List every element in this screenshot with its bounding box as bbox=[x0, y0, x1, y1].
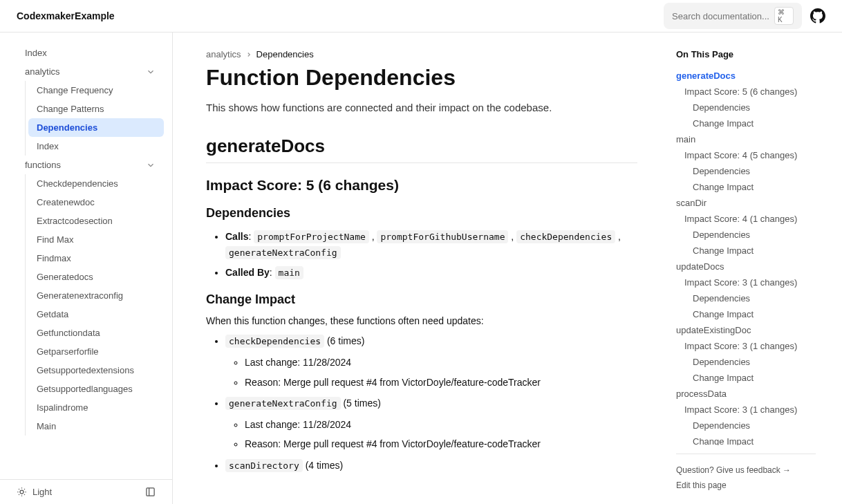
toc-link[interactable]: Impact Score: 5 (6 changes) bbox=[676, 84, 816, 100]
sidebar-item-analytics[interactable]: analytics bbox=[17, 62, 164, 81]
toc-link[interactable]: Impact Score: 4 (5 changes) bbox=[676, 147, 816, 163]
sidebar-item-functions[interactable]: functions bbox=[17, 156, 164, 174]
svg-point-0 bbox=[20, 490, 24, 494]
sidebar-item-label: Find Max bbox=[37, 234, 73, 245]
toc-link[interactable]: Impact Score: 4 (1 changes) bbox=[676, 211, 816, 227]
code-ref: promptForGithubUsername bbox=[377, 230, 508, 243]
sidebar-item-label: Findmax bbox=[37, 253, 71, 263]
toc-link[interactable]: Dependencies bbox=[676, 100, 816, 115]
toc-link[interactable]: Impact Score: 3 (1 changes) bbox=[676, 338, 816, 354]
toc-link[interactable]: Dependencies bbox=[676, 290, 816, 306]
sidebar-item-main[interactable]: Main bbox=[28, 417, 164, 436]
sidebar-item-findmax[interactable]: Findmax bbox=[28, 249, 164, 268]
sidebar-item-getfunctiondata[interactable]: Getfunctiondata bbox=[28, 324, 164, 342]
sidebar-item-getdata[interactable]: Getdata bbox=[28, 305, 164, 324]
edit-page-link[interactable]: Edit this page bbox=[676, 478, 816, 493]
panel-toggle-icon[interactable] bbox=[145, 487, 156, 497]
calls-row: Calls: promptForProjectName , promptForG… bbox=[225, 229, 637, 261]
impact-item: scanDirectory (4 times) bbox=[225, 458, 637, 474]
sidebar-item-index[interactable]: Index bbox=[17, 44, 164, 62]
breadcrumb: analytics Dependencies bbox=[206, 49, 637, 59]
called-by-label: Called By bbox=[225, 267, 270, 278]
brand[interactable]: CodexmakerExample bbox=[17, 10, 115, 21]
header: CodexmakerExample ⌘ K bbox=[0, 0, 842, 32]
toc-link[interactable]: scanDir bbox=[676, 195, 816, 211]
sidebar-item-find-max[interactable]: Find Max bbox=[28, 230, 164, 249]
chevron-down-icon bbox=[146, 160, 156, 170]
sidebar-item-label: Getdata bbox=[37, 309, 68, 319]
search-input[interactable] bbox=[672, 11, 769, 21]
breadcrumb-current: Dependencies bbox=[256, 49, 314, 59]
sidebar-item-label: Getparserforfile bbox=[37, 346, 99, 357]
sidebar-item-label: analytics bbox=[25, 66, 60, 77]
code-ref: checkDependencies bbox=[516, 230, 615, 243]
chevron-down-icon bbox=[146, 67, 156, 77]
toc-link[interactable]: Dependencies bbox=[676, 163, 816, 179]
sidebar-item-change-patterns[interactable]: Change Patterns bbox=[28, 100, 164, 118]
sidebar-item-label: Dependencies bbox=[37, 122, 97, 133]
dependencies-heading: Dependencies bbox=[206, 206, 637, 221]
toc-link[interactable]: Change Impact bbox=[676, 370, 816, 386]
toc-link[interactable]: Impact Score: 3 (1 changes) bbox=[676, 402, 816, 418]
toc-link[interactable]: Change Impact bbox=[676, 243, 816, 259]
toc-link[interactable]: Dependencies bbox=[676, 354, 816, 370]
toc-link[interactable]: Change Impact bbox=[676, 179, 816, 195]
sidebar-item-change-frequency[interactable]: Change Frequency bbox=[28, 81, 164, 100]
sidebar-item-label: Generatenextraconfig bbox=[37, 290, 123, 301]
feedback-link[interactable]: Question? Give us feedback → bbox=[676, 463, 816, 478]
sidebar-item-label: Getfunctiondata bbox=[37, 328, 100, 338]
change-impact-heading: Change Impact bbox=[206, 292, 637, 307]
sidebar-item-ispalindrome[interactable]: Ispalindrome bbox=[28, 398, 164, 417]
toc-link[interactable]: Impact Score: 3 (1 changes) bbox=[676, 274, 816, 290]
impact-score-heading: Impact Score: 5 (6 changes) bbox=[206, 177, 637, 194]
breadcrumb-parent[interactable]: analytics bbox=[206, 49, 241, 59]
sidebar-item-extractcodesection[interactable]: Extractcodesection bbox=[28, 212, 164, 230]
github-icon[interactable] bbox=[810, 8, 825, 24]
sidebar-item-label: Ispalindrome bbox=[37, 402, 88, 413]
sidebar-item-getparserforfile[interactable]: Getparserforfile bbox=[28, 342, 164, 361]
code-ref: checkDependencies bbox=[225, 335, 324, 348]
toc-link[interactable]: updateDocs bbox=[676, 259, 816, 274]
sidebar-item-checkdependencies[interactable]: Checkdependencies bbox=[28, 174, 164, 193]
svg-rect-1 bbox=[147, 488, 154, 496]
sidebar-item-label: Getsupportedextensions bbox=[37, 365, 134, 375]
code-ref: scanDirectory bbox=[225, 459, 303, 472]
sidebar-item-index[interactable]: Index bbox=[28, 137, 164, 156]
toc-link[interactable]: main bbox=[676, 131, 816, 147]
sidebar-item-label: Getsupportedlanguages bbox=[37, 384, 133, 394]
toc-link[interactable]: Change Impact bbox=[676, 433, 816, 445]
toc-link[interactable]: processData bbox=[676, 386, 816, 402]
toc-link[interactable]: generateDocs bbox=[676, 68, 816, 84]
sidebar-item-label: Index bbox=[25, 48, 47, 58]
toc-link[interactable]: Change Impact bbox=[676, 115, 816, 131]
called-by-row: Called By: main bbox=[225, 265, 637, 281]
sidebar-item-label: Change Frequency bbox=[37, 85, 113, 95]
page-intro: This shows how functions are connected a… bbox=[206, 102, 637, 113]
sidebar-item-getsupportedlanguages[interactable]: Getsupportedlanguages bbox=[28, 380, 164, 398]
sidebar: IndexanalyticsChange FrequencyChange Pat… bbox=[0, 32, 173, 504]
code-ref: promptForProjectName bbox=[254, 230, 369, 243]
theme-label: Light bbox=[32, 487, 52, 497]
toc-link[interactable]: Dependencies bbox=[676, 227, 816, 243]
code-ref: main bbox=[275, 266, 303, 279]
main-content: analytics Dependencies Function Dependen… bbox=[173, 32, 671, 504]
sidebar-item-dependencies[interactable]: Dependencies bbox=[28, 118, 164, 137]
page-title: Function Dependencies bbox=[206, 65, 637, 91]
sidebar-item-label: functions bbox=[25, 160, 61, 170]
search-box[interactable]: ⌘ K bbox=[664, 3, 802, 29]
sidebar-item-generatedocs[interactable]: Generatedocs bbox=[28, 268, 164, 286]
impact-last-change: Last change: 11/28/2024 bbox=[245, 417, 637, 432]
sidebar-item-label: Change Patterns bbox=[37, 104, 104, 114]
section-heading: generateDocs bbox=[206, 136, 637, 163]
sidebar-item-generatenextraconfig[interactable]: Generatenextraconfig bbox=[28, 286, 164, 305]
sidebar-item-label: Createnewdoc bbox=[37, 197, 95, 207]
impact-last-change: Last change: 11/28/2024 bbox=[245, 355, 637, 370]
sidebar-item-createnewdoc[interactable]: Createnewdoc bbox=[28, 193, 164, 212]
search-kbd: ⌘ K bbox=[774, 7, 794, 25]
toc-link[interactable]: updateExistingDoc bbox=[676, 322, 816, 338]
toc-link[interactable]: Dependencies bbox=[676, 418, 816, 433]
theme-toggle[interactable]: Light bbox=[17, 487, 52, 497]
toc-link[interactable]: Change Impact bbox=[676, 306, 816, 322]
change-impact-desc: When this function changes, these functi… bbox=[206, 315, 637, 326]
sidebar-item-getsupportedextensions[interactable]: Getsupportedextensions bbox=[28, 361, 164, 380]
